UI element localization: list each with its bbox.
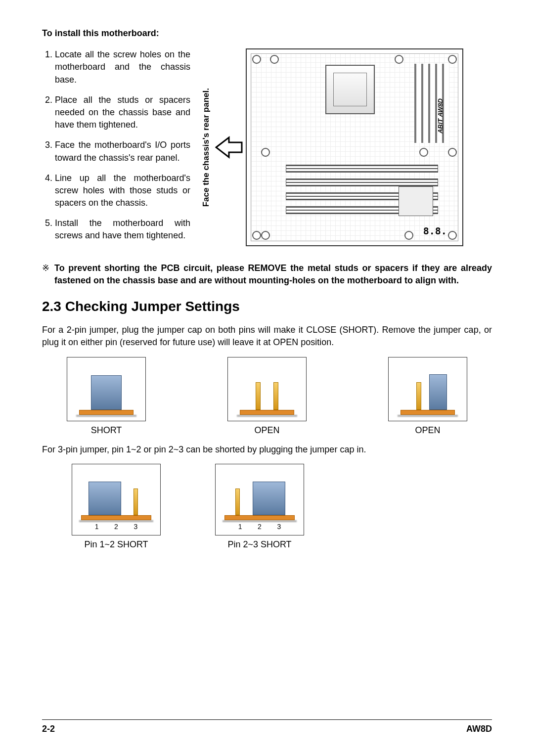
jumper-pin23-diagram: 1 2 3 [215,464,304,535]
jumper-open-diagram [227,357,307,421]
jumper-pin-icon [416,382,421,410]
jumper-open-label: OPEN [388,424,467,437]
screw-hole-icon [261,148,270,157]
expansion-slot-icon [286,165,438,173]
screw-hole-icon [270,55,279,64]
pin-number: 3 [277,522,281,532]
svg-marker-0 [216,137,242,157]
jumper-open-reserved-diagram [388,357,467,421]
screw-hole-icon [448,55,457,64]
step-5: Install the motherboard with screws and … [55,217,190,242]
step-4: Line up all the motherboard's screw hole… [55,172,190,210]
jumper-open-label: OPEN [227,424,307,437]
jumper-cap-icon [91,375,122,410]
step-1: Locate all the screw holes on the mother… [55,48,190,86]
jumper-pin-icon [273,382,278,410]
jumper-2pin-row: SHORT OPEN OPEN [42,357,492,437]
pin-number: 3 [134,522,137,532]
jumper-pin23-label: Pin 2~3 SHORT [215,538,304,551]
screw-hole-icon [252,55,261,64]
footer-model: AW8D [466,723,492,735]
steps-column: Locate all the screw holes on the mother… [42,48,190,250]
jumper-short-cell: SHORT [67,357,146,437]
screw-hole-icon [448,231,457,240]
pin-number: 1 [95,522,99,532]
diagram-column: Face the chassis's rear panel. [200,48,492,246]
step-3: Face the motherboard's I/O ports toward … [55,139,190,164]
post-code-display: 8.8. [423,224,447,238]
southbridge-icon [399,186,433,216]
screw-hole-icon [252,231,261,240]
screw-hole-icon [261,231,270,240]
screw-hole-icon [404,231,413,240]
page-footer: 2-2 AW8D [42,719,492,735]
jumper-cap-icon [429,374,447,410]
top-row: Locate all the screw holes on the mother… [42,48,492,250]
paragraph-2pin: For a 2-pin jumper, plug the jumper cap … [42,324,492,349]
cpu-socket-icon [325,65,375,114]
step-2: Place all the studs or spacers needed on… [55,94,190,132]
jumper-pin-icon [256,382,261,410]
expansion-slot-icon [286,178,438,186]
jumper-cap-icon [253,482,285,515]
warning-note: ※ To prevent shorting the PCB circuit, p… [42,262,492,287]
pin-number: 2 [258,522,262,532]
jumper-pin-icon [134,489,138,515]
jumper-short-label: SHORT [67,424,146,437]
motherboard-diagram: 8.8. ABIT AW8D [246,48,463,246]
paragraph-3pin: For 3-pin jumper, pin 1~2 or pin 2~3 can… [42,444,492,456]
jumper-open-cell-2: OPEN [388,357,467,437]
jumper-short-diagram [67,357,146,421]
install-steps-list: Locate all the screw holes on the mother… [42,48,190,242]
screw-hole-icon [395,55,403,64]
screw-hole-icon [419,148,428,157]
pin-number: 2 [114,522,118,532]
arrow-left-icon [215,133,243,161]
jumper-pin23-cell: 1 2 3 Pin 2~3 SHORT [215,464,304,551]
page-number: 2-2 [42,723,55,735]
screw-hole-icon [448,148,457,157]
jumper-pin12-label: Pin 1~2 SHORT [72,538,161,551]
jumper-pin-icon [235,489,240,515]
jumper-cap-icon [89,482,121,515]
rear-panel-vertical-label: Face the chassis's rear panel. [200,88,212,207]
note-symbol-icon: ※ [42,262,49,287]
jumper-open-cell-1: OPEN [227,357,307,437]
note-text: To prevent shorting the PCB circuit, ple… [54,262,492,287]
section-heading: 2.3 Checking Jumper Settings [42,297,492,316]
motherboard-brand-label: ABIT AW8D [436,98,445,133]
install-heading: To install this motherboard: [42,27,492,40]
jumper-3pin-row: 1 2 3 Pin 1~2 SHORT 1 2 3 Pin 2~3 SHORT [42,464,492,551]
pin-number: 1 [238,522,242,532]
jumper-pin12-diagram: 1 2 3 [72,464,161,535]
jumper-pin12-cell: 1 2 3 Pin 1~2 SHORT [72,464,161,551]
